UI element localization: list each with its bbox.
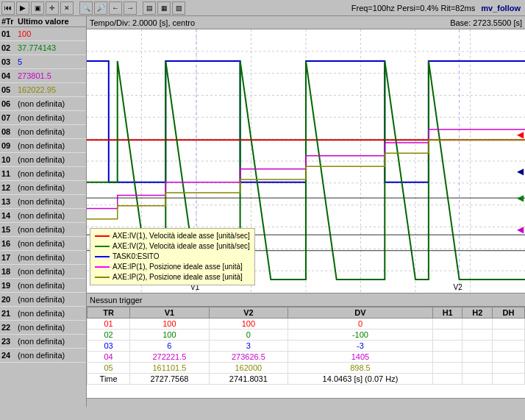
trace-val-03: 5 <box>18 57 85 66</box>
table-row: 0363-3 <box>88 341 525 352</box>
cell-dh <box>493 330 525 341</box>
horizontal-scrollbar[interactable] <box>87 398 525 407</box>
trace-val-14: (non definita) <box>18 211 85 220</box>
toolbar-icon-3[interactable]: ▣ <box>31 1 44 15</box>
trace-row-13[interactable]: 13(non definita) <box>0 195 86 209</box>
legend-text: AXE:IV(2), Velocità ideale asse [unità/s… <box>113 241 250 252</box>
trace-row-07[interactable]: 07(non definita) <box>0 111 86 125</box>
data-table-header-row: TR V1 V2 DV H1 H2 DH <box>88 307 525 318</box>
cell-h2 <box>463 341 493 352</box>
trace-num-08: 08 <box>1 127 18 136</box>
trace-row-23[interactable]: 23(non definita) <box>0 335 86 349</box>
trace-val-15: (non definita) <box>18 225 85 234</box>
trace-row-19[interactable]: 19(non definita) <box>0 279 86 293</box>
trace-row-02[interactable]: 0237.774143 <box>0 41 86 55</box>
cell-dv: 14.0463 [s] (0.07 Hz) <box>288 374 433 385</box>
trace-row-21[interactable]: 21(non definita) <box>0 307 86 321</box>
trace-row-17[interactable]: 17(non definita) <box>0 251 86 265</box>
trace-num-09: 09 <box>1 141 18 150</box>
toolbar-icon-10[interactable]: ▤ <box>143 1 156 15</box>
col-v1: V1 <box>130 307 209 318</box>
toolbar-icon-1[interactable]: ⏮ <box>1 1 15 15</box>
cell-v1: 6 <box>130 341 209 352</box>
cell-h2 <box>463 374 493 385</box>
legend-color <box>95 235 110 237</box>
table-row: 021000-100 <box>88 330 525 341</box>
base-label: Base: 2723.5500 [s] <box>450 18 522 27</box>
marker-red: ◀ <box>517 129 524 140</box>
cell-dh <box>493 374 525 385</box>
status-stats: Freq=100hz Persi=0.4% Rit=82ms <box>351 4 475 13</box>
trace-num-17: 17 <box>1 253 18 262</box>
cell-v1: 100 <box>130 330 209 341</box>
toolbar-icon-6[interactable]: 🔍 <box>79 1 93 15</box>
trace-row-06[interactable]: 06(non definita) <box>0 97 86 111</box>
cell-tr: 01 <box>88 318 130 330</box>
cell-v2: 100 <box>209 318 288 330</box>
trace-row-10[interactable]: 10(non definita) <box>0 153 86 167</box>
trace-val-12: (non definita) <box>18 183 85 192</box>
cell-v1: 100 <box>130 318 209 330</box>
legend-color <box>95 246 110 247</box>
cell-dv: 0 <box>288 318 433 330</box>
trace-row-24[interactable]: 24(non definita) <box>0 349 86 363</box>
main-area: #Tr Ultimo valore 011000237.774143035042… <box>0 16 525 407</box>
trace-num-06: 06 <box>1 99 18 108</box>
legend-text: AXE:IP(1), Posizione ideale asse [unità] <box>113 262 243 272</box>
trace-num-04: 04 <box>1 71 18 80</box>
trace-num-13: 13 <box>1 197 18 206</box>
trace-row-20[interactable]: 20(non definita) <box>0 293 86 307</box>
toolbar-icon-5[interactable]: ✕ <box>60 1 74 15</box>
trace-row-04[interactable]: 04273801.5 <box>0 69 86 83</box>
cell-dh <box>493 341 525 352</box>
data-table: TR V1 V2 DV H1 H2 DH 011001000021000-100… <box>87 307 525 398</box>
trace-val-23: (non definita) <box>18 337 85 346</box>
trace-row-01[interactable]: 01100 <box>0 27 86 41</box>
cell-tr: 02 <box>88 330 130 341</box>
trace-row-22[interactable]: 22(non definita) <box>0 321 86 335</box>
cell-h1 <box>432 374 463 385</box>
trace-row-12[interactable]: 12(non definita) <box>0 181 86 195</box>
toolbar-icon-12[interactable]: ▧ <box>172 1 185 15</box>
bottom-area: Nessun trigger TR V1 V2 DV H1 H2 DH <box>87 293 525 407</box>
trace-row-11[interactable]: 11(non definita) <box>0 167 86 181</box>
cell-v2: 162000 <box>209 363 288 374</box>
toolbar-icon-11[interactable]: ▦ <box>157 1 171 15</box>
trace-val-04: 273801.5 <box>18 71 85 80</box>
legend-item: AXE:IP(1), Posizione ideale asse [unità] <box>95 262 250 272</box>
toolbar-icon-4[interactable]: ✛ <box>46 1 59 15</box>
trace-row-16[interactable]: 16(non definita) <box>0 237 86 251</box>
cell-v2: 273626.5 <box>209 352 288 363</box>
toolbar-icon-8[interactable]: ← <box>109 1 122 15</box>
cell-dh <box>493 352 525 363</box>
cell-v1: 2727.7568 <box>130 374 209 385</box>
toolbar-icon-9[interactable]: → <box>124 1 137 15</box>
trace-val-07: (non definita) <box>18 113 85 122</box>
legend-item: AXE:IV(1), Velocità ideale asse [unità/s… <box>95 231 250 241</box>
cell-h1 <box>432 341 463 352</box>
cell-tr: 05 <box>88 363 130 374</box>
trace-row-08[interactable]: 08(non definita) <box>0 125 86 139</box>
trace-row-15[interactable]: 15(non definita) <box>0 223 86 237</box>
trigger-label: Nessun trigger <box>90 296 143 305</box>
trace-num-15: 15 <box>1 225 18 234</box>
trace-val-08: (non definita) <box>18 127 85 136</box>
toolbar-icon-7[interactable]: 🔎 <box>94 1 107 15</box>
trace-row-09[interactable]: 09(non definita) <box>0 139 86 153</box>
chart-area[interactable]: AXE:IV(1), Velocità ideale asse [unità/s… <box>87 29 525 293</box>
cell-v1: 161101.5 <box>130 363 209 374</box>
trace-num-24: 24 <box>1 351 18 360</box>
cell-v1: 272221.5 <box>130 352 209 363</box>
trace-row-03[interactable]: 035 <box>0 55 86 69</box>
trace-row-18[interactable]: 18(non definita) <box>0 265 86 279</box>
trace-val-19: (non definita) <box>18 281 85 290</box>
trigger-bar: Nessun trigger <box>87 293 525 307</box>
trace-row-05[interactable]: 05162022.95 <box>0 83 86 97</box>
trace-num-23: 23 <box>1 337 18 346</box>
trace-val-20: (non definita) <box>18 295 85 304</box>
cell-dv: 1405 <box>288 352 433 363</box>
toolbar-icon-2[interactable]: ▶ <box>16 1 29 15</box>
cell-tr: 04 <box>88 352 130 363</box>
trace-row-14[interactable]: 14(non definita) <box>0 209 86 223</box>
trace-num-01: 01 <box>1 29 18 38</box>
